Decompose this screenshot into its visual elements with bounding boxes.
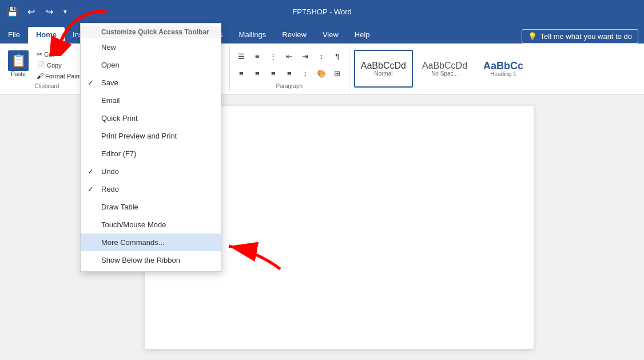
menu-item-open-label: Open bbox=[101, 61, 120, 69]
cut-icon: ✂ bbox=[37, 50, 42, 58]
menu-item-quick-print-label: Quick Print bbox=[101, 114, 138, 122]
left-sidebar bbox=[0, 94, 34, 360]
menu-item-open[interactable]: Open bbox=[81, 56, 221, 74]
menu-item-more-commands-label: More Commands... bbox=[101, 238, 165, 247]
menu-item-save-label: Save bbox=[101, 78, 118, 87]
tell-me-text: Tell me what you want to do bbox=[540, 32, 632, 41]
line-spacing-button[interactable]: ↕ bbox=[299, 66, 312, 80]
style-normal[interactable]: AaBbCcDd Normal bbox=[354, 50, 413, 88]
save-checkmark: ✓ bbox=[88, 78, 94, 87]
menu-item-new[interactable]: New bbox=[81, 38, 221, 56]
shading-button[interactable]: 🎨 bbox=[315, 66, 328, 80]
show-marks-button[interactable]: ¶ bbox=[331, 49, 344, 63]
lightbulb-icon: 💡 bbox=[528, 32, 537, 41]
tab-help[interactable]: Help bbox=[347, 27, 378, 43]
cut-label: Cut bbox=[44, 51, 54, 58]
paste-icon: 📋 bbox=[8, 50, 29, 71]
menu-item-show-below-label: Show Below the Ribbon bbox=[101, 256, 180, 264]
menu-item-show-below[interactable]: Show Below the Ribbon bbox=[81, 251, 221, 269]
save-button[interactable]: 💾 bbox=[5, 3, 21, 19]
tab-review[interactable]: Review bbox=[274, 27, 315, 43]
menu-item-redo[interactable]: ✓ Redo bbox=[81, 180, 221, 198]
menu-item-touch-mouse-label: Touch/Mouse Mode bbox=[101, 220, 166, 229]
paragraph-top-row: ☰ ≡ ⋮ ⇤ ⇥ ↕ ¶ bbox=[234, 49, 344, 63]
tell-me-input[interactable]: 💡 Tell me what you want to do bbox=[522, 29, 638, 43]
align-center-button[interactable]: ≡ bbox=[251, 66, 264, 80]
menu-item-editor-label: Editor (F7) bbox=[101, 149, 136, 158]
copy-icon: 📄 bbox=[37, 61, 45, 69]
menu-item-touch-mouse[interactable]: Touch/Mouse Mode bbox=[81, 216, 221, 234]
justify-button[interactable]: ≡ bbox=[283, 66, 296, 80]
customize-dropdown-menu: Customize Quick Access Toolbar New Open … bbox=[80, 23, 221, 272]
undo-button[interactable]: ↩ bbox=[23, 3, 39, 19]
paragraph-group: ☰ ≡ ⋮ ⇤ ⇥ ↕ ¶ ≡ ≡ ≡ ≡ ↕ 🎨 ⊞ P bbox=[230, 46, 349, 92]
style-normal-preview: AaBbCcDd bbox=[361, 61, 406, 70]
style-no-spacing-label: No Spac... bbox=[431, 70, 458, 77]
style-heading1[interactable]: AaBbCc Heading 1 bbox=[476, 50, 530, 88]
redo-button[interactable]: ↪ bbox=[41, 3, 57, 19]
numbering-button[interactable]: ≡ bbox=[251, 49, 264, 63]
align-left-button[interactable]: ≡ bbox=[234, 66, 248, 80]
menu-item-print-preview-label: Print Preview and Print bbox=[101, 132, 177, 140]
menu-item-more-commands[interactable]: More Commands... bbox=[81, 234, 221, 251]
menu-item-draw-table-label: Draw Table bbox=[101, 203, 138, 211]
style-heading1-preview: AaBbCc bbox=[483, 61, 523, 71]
menu-item-email-label: Email bbox=[101, 96, 120, 105]
ribbon-right-controls: 💡 Tell me what you want to do bbox=[522, 29, 644, 43]
style-normal-label: Normal bbox=[374, 70, 392, 77]
tab-home[interactable]: Home bbox=[28, 27, 65, 43]
menu-item-undo[interactable]: ✓ Undo bbox=[81, 163, 221, 180]
menu-item-print-preview[interactable]: Print Preview and Print bbox=[81, 127, 221, 145]
menu-item-draw-table[interactable]: Draw Table bbox=[81, 198, 221, 216]
undo-checkmark: ✓ bbox=[88, 167, 94, 176]
menu-item-editor[interactable]: Editor (F7) bbox=[81, 145, 221, 163]
menu-item-undo-label: Undo bbox=[101, 167, 119, 176]
format-painter-icon: 🖌 bbox=[37, 72, 43, 80]
sort-button[interactable]: ↕ bbox=[315, 49, 328, 63]
customize-quick-access-button[interactable]: ▼ bbox=[59, 3, 71, 19]
border-button[interactable]: ⊞ bbox=[331, 66, 344, 80]
menu-item-save[interactable]: ✓ Save bbox=[81, 74, 221, 92]
redo-checkmark: ✓ bbox=[88, 185, 94, 193]
tab-view[interactable]: View bbox=[315, 27, 347, 43]
quick-access-toolbar: 💾 ↩ ↪ ▼ bbox=[0, 0, 71, 23]
paragraph-group-label: Paragraph bbox=[230, 83, 349, 89]
paste-button[interactable]: 📋 Paste bbox=[5, 48, 32, 80]
menu-item-redo-label: Redo bbox=[101, 185, 119, 193]
title-bar: 💾 ↩ ↪ ▼ FPTSHOP - Word bbox=[0, 0, 644, 23]
multilevel-list-button[interactable]: ⋮ bbox=[267, 49, 280, 63]
menu-item-new-label: New bbox=[101, 43, 116, 52]
paste-label: Paste bbox=[11, 71, 26, 77]
style-heading1-label: Heading 1 bbox=[490, 71, 516, 77]
menu-title: Customize Quick Access Toolbar bbox=[81, 26, 221, 38]
increase-indent-button[interactable]: ⇥ bbox=[299, 49, 312, 63]
styles-group: AaBbCcDd Normal AaBbCcDd No Spac... AaBb… bbox=[349, 46, 644, 92]
style-no-spacing[interactable]: AaBbCcDd No Spac... bbox=[415, 50, 474, 88]
align-right-button[interactable]: ≡ bbox=[267, 66, 280, 80]
tab-mailings[interactable]: Mailings bbox=[231, 27, 275, 43]
copy-label: Copy bbox=[47, 62, 62, 69]
paragraph-bottom-row: ≡ ≡ ≡ ≡ ↕ 🎨 ⊞ bbox=[234, 66, 344, 80]
window-title: FPTSHOP - Word bbox=[292, 7, 352, 16]
decrease-indent-button[interactable]: ⇤ bbox=[283, 49, 296, 63]
bullets-button[interactable]: ☰ bbox=[234, 49, 248, 63]
tab-file[interactable]: File bbox=[0, 27, 28, 43]
menu-item-email[interactable]: Email bbox=[81, 92, 221, 109]
menu-item-quick-print[interactable]: Quick Print bbox=[81, 109, 221, 127]
style-no-spacing-preview: AaBbCcDd bbox=[422, 61, 467, 70]
